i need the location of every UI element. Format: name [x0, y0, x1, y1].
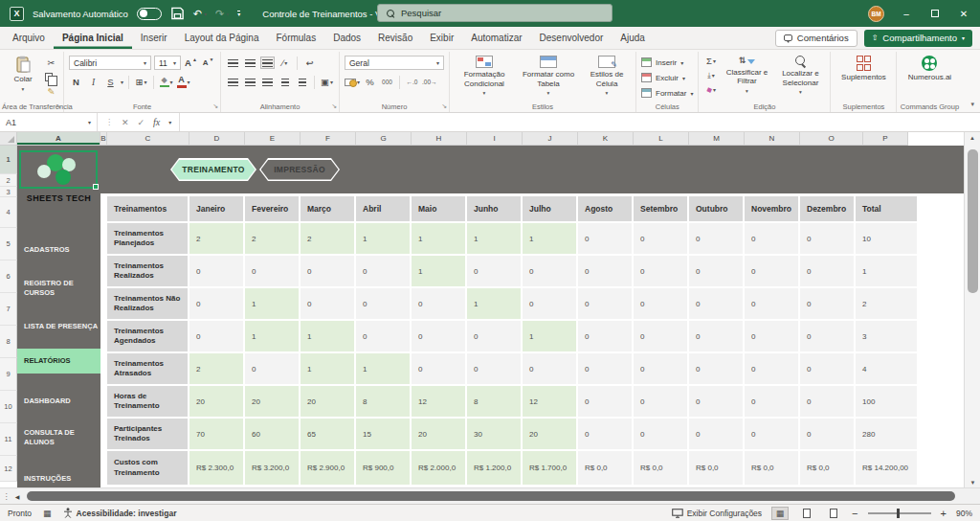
table-row-label-horas-de-treinamento[interactable]: Horas de Treinamento — [107, 386, 189, 419]
table-row-label-treinamentos-nao-realizados[interactable]: Treinamentos Não Realizados — [107, 288, 189, 321]
conditional-formatting-button[interactable]: Formatação Condicional▾ — [455, 55, 514, 98]
autosave-toggle[interactable] — [137, 8, 162, 20]
merge-center-icon[interactable]: ▣▾ — [320, 76, 334, 88]
sidebar-item-registro-de-cursos[interactable]: REGISTRO DE CURSOS — [17, 280, 100, 296]
bold-button[interactable]: N — [69, 76, 83, 88]
zoom-slider[interactable] — [868, 512, 931, 514]
increase-font-icon[interactable]: A▲ — [184, 57, 198, 69]
table-cell[interactable]: 0 — [634, 288, 689, 321]
ribbon-tab-layout-da-pagina[interactable]: Layout da Página — [176, 27, 268, 49]
table-cell[interactable]: 0 — [634, 321, 689, 353]
table-cell[interactable]: 4 — [856, 353, 919, 386]
table-cell[interactable]: R$ 2.300,0 — [189, 451, 245, 487]
table-cell[interactable]: R$ 0,0 — [800, 451, 856, 487]
table-cell[interactable]: 0 — [689, 386, 745, 419]
table-cell[interactable]: 1 — [301, 321, 356, 353]
table-row-label-treinamentos-atrasados[interactable]: Treinamentos Atrasados — [107, 353, 189, 386]
percent-icon[interactable]: % — [363, 76, 377, 88]
align-right-icon[interactable] — [260, 76, 275, 88]
decrease-decimal-icon[interactable]: .00→ — [422, 76, 437, 88]
comma-style-icon[interactable]: 000 — [380, 76, 394, 88]
sidebar-item-lista-de-presenca[interactable]: LISTA DE PRESENÇA — [17, 318, 100, 334]
format-as-table-button[interactable]: Formatar como Tabela▾ — [519, 55, 578, 98]
table-cell[interactable]: 0 — [745, 223, 800, 256]
table-cell[interactable]: 1 — [856, 256, 919, 288]
table-row-label-custos-com-treinamento[interactable]: Custos com Treinamento — [107, 451, 189, 487]
table-cell[interactable]: 0 — [689, 419, 745, 451]
table-cell[interactable]: 0 — [523, 353, 578, 386]
row-header-3[interactable]: 3 — [0, 187, 17, 197]
insert-cells-button[interactable]: Inserir▾ — [641, 56, 693, 69]
table-cell[interactable]: 0 — [356, 321, 412, 353]
table-cell[interactable]: 1 — [412, 256, 467, 288]
ribbon-tab-dados[interactable]: Dados — [324, 27, 369, 49]
collapse-ribbon-icon[interactable]: ▾ — [970, 101, 974, 108]
table-cell[interactable]: 0 — [412, 321, 467, 353]
splitter-handle[interactable]: ⋮ — [0, 492, 11, 501]
row-header-12[interactable]: 12 — [0, 456, 17, 482]
table-cell[interactable]: 0 — [412, 288, 467, 321]
align-middle-icon[interactable] — [243, 57, 257, 69]
table-cell[interactable]: 8 — [356, 386, 412, 419]
table-cell[interactable]: 0 — [301, 288, 356, 321]
decrease-indent-icon[interactable] — [278, 76, 292, 88]
row-header-6[interactable]: 6 — [0, 260, 17, 293]
sidebar-item-consulta-de-alunos[interactable]: CONSULTA DE ALUNOS — [17, 423, 100, 452]
ribbon-tab-desenvolvedor[interactable]: Desenvolvedor — [531, 27, 612, 49]
ribbon-tab-revisao[interactable]: Revisão — [369, 27, 421, 49]
align-center-icon[interactable] — [243, 76, 257, 88]
table-row-label-treinamentos-agendados[interactable]: Treinamentos Agendados — [107, 321, 189, 353]
table-cell[interactable]: 1 — [301, 353, 356, 386]
table-cell[interactable]: 1 — [245, 321, 301, 353]
table-cell[interactable]: 0 — [689, 223, 745, 256]
delete-cells-button[interactable]: Excluir▾ — [641, 71, 693, 84]
row-header-11[interactable]: 11 — [0, 423, 17, 456]
macro-record-icon[interactable]: ▦ — [43, 509, 52, 518]
table-cell[interactable]: 100 — [856, 386, 919, 419]
addins-button[interactable]: Suplementos — [835, 55, 891, 82]
font-color-icon[interactable]: A▾ — [176, 76, 190, 88]
vertical-scrollbar[interactable]: ▲ ▼ — [964, 132, 980, 487]
increase-indent-icon[interactable] — [295, 76, 309, 88]
column-header-b[interactable]: B — [100, 132, 107, 146]
clear-icon[interactable]: ◆▾ — [703, 83, 718, 96]
column-header-n[interactable]: N — [745, 132, 800, 146]
column-header-a[interactable]: A — [17, 132, 100, 146]
numerous-ai-button[interactable]: Numerous.ai — [902, 55, 957, 83]
table-cell[interactable]: 0 — [245, 353, 301, 386]
autosum-icon[interactable]: Σ▾ — [703, 55, 718, 67]
table-cell[interactable]: 1 — [356, 223, 412, 256]
zoom-in-button[interactable]: + — [941, 508, 947, 519]
underline-button[interactable]: S — [103, 76, 118, 88]
ribbon-tab-formulas[interactable]: Fórmulas — [267, 27, 324, 49]
ribbon-tab-automatizar[interactable]: Automatizar — [462, 27, 530, 49]
fill-icon[interactable]: ⤓▾ — [703, 69, 718, 81]
horizontal-scrollbar[interactable]: ⋮ ◀ — [0, 487, 980, 504]
minimize-button[interactable]: – — [900, 9, 913, 19]
zoom-out-button[interactable]: − — [852, 508, 858, 519]
table-cell[interactable]: 2 — [856, 288, 919, 321]
horizontal-scroll-thumb[interactable] — [27, 491, 955, 501]
table-cell[interactable]: 0 — [745, 419, 800, 451]
format-painter-icon[interactable]: ✎ — [44, 85, 58, 98]
display-settings-button[interactable]: Exibir Configurações — [672, 509, 762, 518]
comments-button[interactable]: Comentários — [775, 30, 858, 47]
table-cell[interactable]: 0 — [523, 256, 578, 288]
number-dialog-launcher[interactable]: ↘ — [441, 102, 447, 110]
sort-filter-button[interactable]: ⇅ Classificar e Filtrar▾ — [723, 55, 770, 96]
table-cell[interactable]: 1 — [245, 288, 301, 321]
table-cell[interactable]: 0 — [800, 321, 856, 353]
table-row-label-participantes-treinados[interactable]: Participantes Treinados — [107, 419, 189, 451]
close-button[interactable]: ✕ — [957, 9, 970, 19]
table-cell[interactable]: R$ 0,0 — [745, 451, 800, 487]
selected-cell-a1[interactable] — [19, 150, 98, 189]
table-cell[interactable]: 60 — [245, 419, 301, 451]
font-dialog-launcher[interactable]: ↘ — [212, 102, 218, 110]
save-button[interactable] — [170, 5, 185, 22]
page-layout-view-button[interactable] — [798, 507, 815, 520]
find-select-button[interactable]: Localizar e Selecionar▾ — [775, 55, 825, 97]
font-family-select[interactable]: Calibri▾ — [69, 56, 151, 70]
redo-button[interactable]: ↷▾ — [215, 8, 229, 20]
table-cell[interactable]: 1 — [467, 288, 523, 321]
orientation-icon[interactable]: ∕▾ — [278, 57, 292, 69]
